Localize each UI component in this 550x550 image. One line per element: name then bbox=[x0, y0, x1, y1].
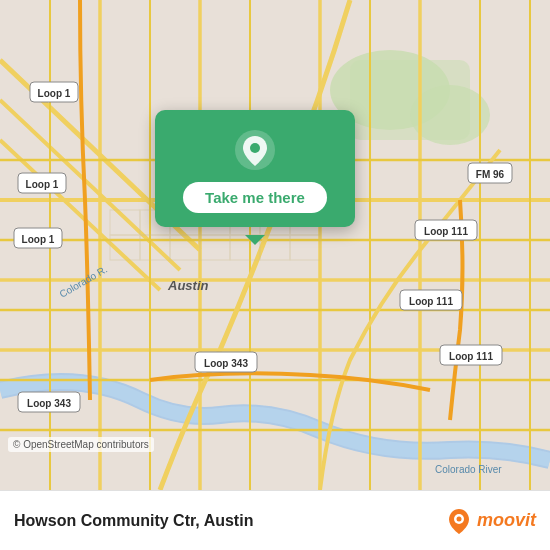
svg-text:Loop 343: Loop 343 bbox=[27, 398, 71, 409]
svg-point-63 bbox=[456, 516, 461, 521]
moovit-logo-text: moovit bbox=[477, 510, 536, 531]
moovit-logo: moovit bbox=[445, 507, 536, 535]
svg-text:Austin: Austin bbox=[167, 278, 209, 293]
osm-attribution: © OpenStreetMap contributors bbox=[8, 437, 154, 452]
location-name: Howson Community Ctr, Austin bbox=[14, 512, 445, 530]
svg-text:Loop 111: Loop 111 bbox=[449, 351, 493, 362]
svg-text:Loop 1: Loop 1 bbox=[26, 179, 59, 190]
svg-rect-3 bbox=[350, 60, 470, 140]
take-me-there-button[interactable]: Take me there bbox=[183, 182, 327, 213]
svg-text:Loop 343: Loop 343 bbox=[204, 358, 248, 369]
map-background: Loop 1 Loop 1 Loop 1 FM 96 Loop 111 Loop… bbox=[0, 0, 550, 490]
svg-text:Loop 1: Loop 1 bbox=[22, 234, 55, 245]
moovit-pin-icon bbox=[445, 507, 473, 535]
svg-text:FM 96: FM 96 bbox=[476, 169, 505, 180]
location-pin-icon bbox=[233, 128, 277, 172]
svg-text:Colorado River: Colorado River bbox=[435, 464, 502, 475]
map-container: Loop 1 Loop 1 Loop 1 FM 96 Loop 111 Loop… bbox=[0, 0, 550, 490]
svg-point-61 bbox=[250, 143, 260, 153]
svg-text:Loop 111: Loop 111 bbox=[424, 226, 468, 237]
svg-text:Loop 111: Loop 111 bbox=[409, 296, 453, 307]
svg-text:Loop 1: Loop 1 bbox=[38, 88, 71, 99]
bottom-bar: Howson Community Ctr, Austin moovit bbox=[0, 490, 550, 550]
location-card: Take me there bbox=[155, 110, 355, 227]
